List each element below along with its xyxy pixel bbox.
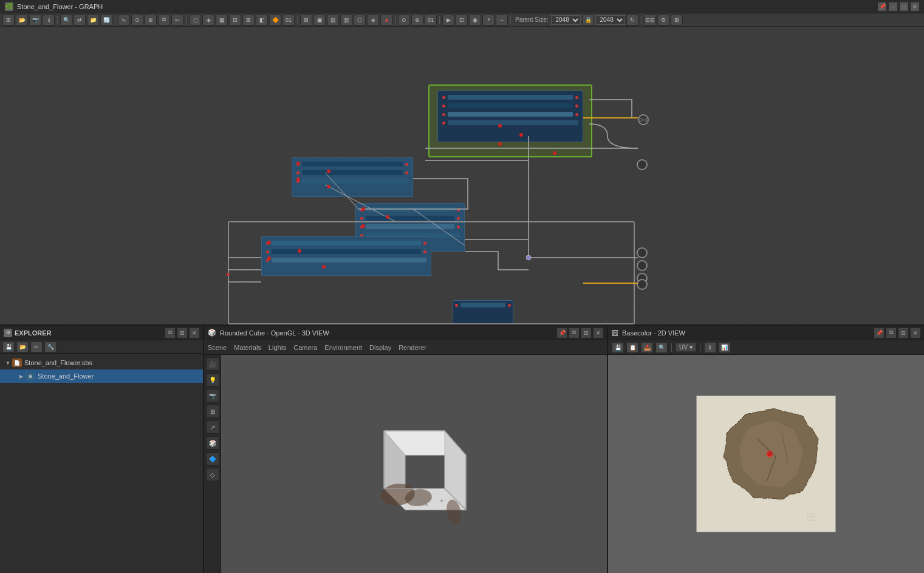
- light-btn[interactable]: 💡: [206, 373, 219, 386]
- t21[interactable]: ◉: [469, 15, 481, 26]
- minimize-button[interactable]: ─: [889, 2, 897, 11]
- plane-btn[interactable]: ◇: [206, 468, 219, 481]
- t23[interactable]: ↔: [496, 15, 508, 26]
- view2d-close-btn[interactable]: ✕: [911, 328, 920, 338]
- lock-btn[interactable]: 🔒: [582, 15, 594, 26]
- new-graph-btn[interactable]: 📂: [16, 341, 29, 352]
- t6[interactable]: ◧: [256, 15, 268, 26]
- refresh-button[interactable]: 🔄: [100, 15, 112, 26]
- t20[interactable]: ⊡: [456, 15, 468, 26]
- 2d-info-btn[interactable]: ℹ: [704, 342, 716, 353]
- view3d-float-btn[interactable]: ⧉: [569, 328, 579, 338]
- explorer-close-btn[interactable]: ✕: [190, 328, 199, 338]
- t22[interactable]: ⌖: [482, 15, 495, 26]
- t4[interactable]: ⊟: [229, 15, 241, 26]
- t13[interactable]: ⬡: [354, 15, 366, 26]
- t18[interactable]: 01: [425, 15, 437, 26]
- grid-button[interactable]: ⧉: [158, 15, 170, 26]
- explorer-dock-btn[interactable]: ⊟: [177, 328, 187, 338]
- new-button[interactable]: ⊞: [2, 15, 15, 26]
- tree-arrow-graph[interactable]: ▶: [17, 372, 26, 380]
- snapshot-btn[interactable]: 📷: [206, 389, 219, 402]
- fit-button[interactable]: ⇄: [74, 15, 86, 26]
- port: [360, 217, 363, 220]
- maximize-button[interactable]: □: [900, 2, 908, 11]
- t8[interactable]: 01: [282, 15, 295, 26]
- add-button[interactable]: ⊕: [145, 15, 157, 26]
- t5[interactable]: ⊠: [242, 15, 255, 26]
- rotate-btn[interactable]: ↻: [626, 15, 638, 26]
- layout-btn[interactable]: ⊞: [671, 15, 683, 26]
- node-group-right-top[interactable]: [437, 91, 583, 142]
- graph-view[interactable]: ⊙⊙: [0, 27, 924, 324]
- view3d-close-btn[interactable]: ✕: [594, 328, 603, 338]
- conn-dot: [553, 151, 556, 155]
- screenshot-button[interactable]: 📷: [29, 15, 41, 26]
- view2d-dock-btn[interactable]: ⊟: [898, 328, 908, 338]
- t9[interactable]: ⊞: [300, 15, 312, 26]
- view2d-pin-btn[interactable]: 📌: [874, 328, 884, 338]
- view3d-viewport[interactable]: [221, 355, 607, 573]
- view3d-pin-btn[interactable]: 📌: [557, 328, 567, 338]
- t11[interactable]: ▤: [327, 15, 339, 26]
- t14[interactable]: ◈: [367, 15, 379, 26]
- tree-item-graph[interactable]: ▶ ⊞ Stone_and_Flower: [0, 369, 203, 383]
- 2d-save-btn[interactable]: 💾: [612, 342, 624, 353]
- tab-display[interactable]: Display: [369, 343, 391, 352]
- export-btn[interactable]: ⊟⊟: [644, 15, 656, 26]
- t7[interactable]: 🔶: [269, 15, 281, 26]
- cube-btn[interactable]: 🎲: [206, 436, 219, 450]
- grid3d-btn[interactable]: ⊞: [206, 405, 219, 418]
- t12[interactable]: ▥: [340, 15, 352, 26]
- info-button[interactable]: ℹ: [43, 15, 55, 26]
- explorer-float-btn[interactable]: ⧉: [165, 328, 175, 338]
- 2d-filter-btn[interactable]: 🔍: [655, 342, 668, 353]
- 2d-copy-btn[interactable]: 📋: [626, 342, 638, 353]
- uv-btn[interactable]: UV ▾: [676, 343, 696, 352]
- t16[interactable]: ⊙: [398, 15, 410, 26]
- undo-button[interactable]: ↩: [171, 15, 183, 26]
- folder-button[interactable]: 📁: [87, 15, 99, 26]
- tab-camera[interactable]: Camera: [293, 343, 317, 352]
- tree-item-sbs[interactable]: ▼ 📄 Stone_and_Flower.sbs: [0, 356, 203, 369]
- tab-environment[interactable]: Environment: [324, 343, 362, 352]
- settings-btn[interactable]: ⚙: [657, 15, 669, 26]
- pin-button[interactable]: 📌: [878, 2, 886, 11]
- t2[interactable]: ◈: [202, 15, 214, 26]
- view2d-content[interactable]: ⊞: [608, 355, 924, 573]
- zoom-button[interactable]: 🔍: [60, 15, 72, 26]
- t15[interactable]: 🔺: [380, 15, 392, 26]
- size-select[interactable]: 2048 1024: [595, 15, 625, 25]
- 2d-export-btn[interactable]: 📤: [641, 342, 653, 353]
- tab-lights[interactable]: Lights: [269, 343, 286, 352]
- port-out: [457, 217, 460, 220]
- cook-btn[interactable]: 🔧: [44, 341, 56, 352]
- sep2: [115, 16, 115, 24]
- view2d-controls: 📌 ⧉ ⊟ ✕: [874, 328, 920, 338]
- view3d-dock-btn[interactable]: ⊟: [581, 328, 591, 338]
- close-button[interactable]: ✕: [911, 2, 919, 11]
- parent-size-select[interactable]: 2048 1024 4096: [551, 15, 581, 25]
- open-button[interactable]: 📂: [16, 15, 28, 26]
- t17[interactable]: ⊕: [411, 15, 423, 26]
- cam-btn[interactable]: 🎥: [206, 357, 219, 371]
- view2d-float-btn[interactable]: ⧉: [886, 328, 896, 338]
- target-button[interactable]: ⊙: [131, 15, 143, 26]
- tree-arrow-expand[interactable]: ▼: [4, 359, 12, 367]
- cut-btn[interactable]: ✂: [30, 341, 43, 352]
- t3[interactable]: ▦: [216, 15, 228, 26]
- t19[interactable]: ▶: [442, 15, 454, 26]
- sep7: [510, 16, 511, 24]
- bottom-panels: ⊞ EXPLORER ⧉ ⊟ ✕ 💾 📂 ✂ 🔧 ▼ 📄 Stone_and_F…: [0, 324, 924, 573]
- save-btn[interactable]: 💾: [2, 341, 15, 352]
- curve-button[interactable]: ∿: [118, 15, 130, 26]
- 2d-chart-btn[interactable]: 📊: [719, 342, 731, 353]
- fit3d-btn[interactable]: ↗: [206, 420, 219, 434]
- tab-materials[interactable]: Materials: [234, 343, 261, 352]
- node-cluster-1[interactable]: [292, 157, 413, 197]
- tab-renderer[interactable]: Renderer: [399, 343, 426, 352]
- t10[interactable]: ▣: [313, 15, 326, 26]
- t1[interactable]: ◻: [189, 15, 201, 26]
- sphere-btn[interactable]: 🔷: [206, 452, 219, 465]
- tab-scene[interactable]: Scene: [208, 343, 227, 352]
